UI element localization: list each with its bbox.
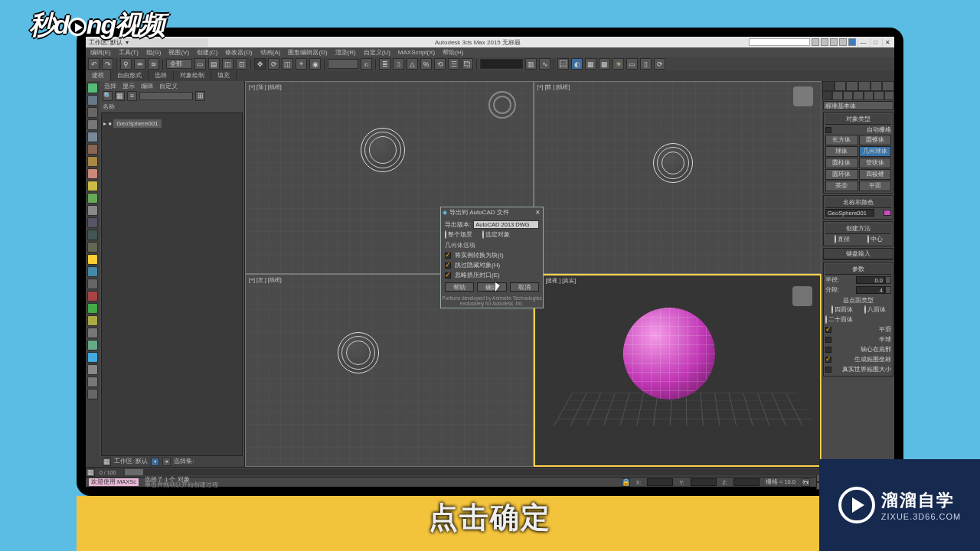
method-diameter-radio[interactable] — [835, 235, 836, 243]
transform-z-input[interactable] — [733, 478, 760, 486]
scope-sel-radio[interactable] — [482, 230, 484, 239]
menu-animation[interactable]: 动画(A) — [260, 48, 281, 57]
primitive-cone-button[interactable]: 圆锥体 — [859, 135, 892, 145]
curve-editor-icon[interactable]: ∿ — [539, 58, 550, 70]
tool-icon[interactable] — [87, 389, 98, 399]
basepivot-checkbox[interactable] — [825, 347, 831, 353]
scene-col[interactable]: 自定义 — [159, 82, 178, 90]
render-last-icon[interactable]: ⟳ — [654, 58, 665, 70]
select-region-icon[interactable]: ◫ — [222, 58, 234, 70]
display-tab-icon[interactable] — [871, 81, 883, 91]
percent-snap-icon[interactable]: % — [420, 58, 432, 70]
help-icon[interactable] — [848, 38, 856, 46]
close-button[interactable]: ✕ — [882, 38, 893, 47]
mirror2-icon[interactable]: ⿻ — [462, 58, 473, 70]
tool-icon[interactable] — [87, 303, 98, 314]
lights-cat-icon[interactable] — [843, 91, 853, 100]
motion-tab-icon[interactable] — [858, 81, 871, 91]
primitive-sphere-button[interactable]: 球体 — [825, 146, 858, 157]
edit-selset-icon[interactable]: ☰ — [448, 58, 459, 70]
viewport-label[interactable]: [+] [前 ] [线框] — [537, 83, 570, 91]
tool-icon[interactable] — [87, 364, 98, 375]
tool-icon[interactable] — [87, 95, 98, 106]
spinner-icon[interactable] — [885, 276, 891, 284]
tool-icon[interactable] — [87, 132, 98, 142]
tool-icon[interactable] — [87, 193, 98, 204]
color-swatch[interactable] — [884, 210, 891, 216]
tool-icon[interactable] — [87, 181, 98, 191]
utilities-tab-icon[interactable] — [882, 81, 894, 91]
infocenter-icon[interactable] — [812, 38, 819, 46]
base-octa-radio[interactable] — [864, 305, 866, 314]
render-setup-icon[interactable]: ▦ — [585, 58, 596, 70]
opt-hidden-checkbox[interactable] — [445, 262, 451, 269]
select-name-icon[interactable]: ▤ — [208, 58, 220, 70]
exchange-icon[interactable] — [830, 38, 838, 46]
cameras-cat-icon[interactable] — [853, 91, 863, 100]
primitive-geosphere-button[interactable]: 几何球体 — [859, 146, 892, 157]
scene-opt-icon[interactable]: ▦ — [103, 458, 111, 466]
tool-icon[interactable] — [87, 328, 98, 338]
lock-icon[interactable]: 🔒 — [622, 478, 630, 487]
tool-icon[interactable] — [87, 315, 98, 326]
link-icon[interactable]: ⚲ — [120, 58, 132, 70]
dialog-close-button[interactable]: ✕ — [534, 209, 541, 216]
material-slot-dropdown[interactable] — [480, 59, 523, 69]
menu-maxscript[interactable]: MAXScript(X) — [398, 49, 435, 56]
cancel-button[interactable]: 取消 — [510, 282, 539, 292]
named-selset-dropdown[interactable] — [328, 59, 358, 69]
menu-create[interactable]: 创建(C) — [197, 48, 217, 57]
tool-icon[interactable] — [87, 168, 98, 179]
angle-snap-icon[interactable]: △ — [407, 58, 418, 70]
move-icon[interactable]: ✥ — [254, 58, 266, 70]
tool-icon[interactable] — [87, 377, 98, 387]
systems-cat-icon[interactable] — [884, 91, 894, 100]
segments-input[interactable]: 4 — [856, 286, 885, 294]
render-iter-icon[interactable]: ▯ — [640, 58, 652, 70]
primitive-tube-button[interactable]: 管状体 — [859, 158, 892, 168]
object-name-input[interactable]: GeoSphere001 — [825, 209, 874, 217]
select-icon[interactable]: ▭ — [194, 58, 206, 70]
sort-icon[interactable]: ≡ — [127, 91, 137, 101]
helpers-cat-icon[interactable] — [864, 91, 874, 100]
maxscript-listener[interactable]: 欢迎使用 MAXSc — [89, 478, 139, 486]
window-crossing-icon[interactable]: ⊡ — [236, 58, 247, 70]
modify-tab-icon[interactable] — [835, 81, 847, 91]
tool-icon[interactable] — [87, 83, 98, 93]
tool-icon[interactable] — [87, 254, 98, 265]
schematic-icon[interactable]: ⿳ — [557, 58, 569, 70]
base-tetra-radio[interactable] — [831, 305, 833, 314]
render-icon[interactable]: ☀ — [612, 58, 624, 70]
filter-icon[interactable]: ▦ — [115, 91, 125, 101]
section-header[interactable]: 键盘输入 — [824, 249, 893, 259]
tool-icon[interactable] — [87, 291, 98, 302]
smooth-checkbox[interactable] — [825, 327, 831, 333]
snap-toggle-icon[interactable]: 3 — [393, 58, 404, 70]
menu-group[interactable]: 组(G) — [146, 48, 162, 57]
tool-icon[interactable] — [87, 352, 98, 363]
center-icon[interactable]: ◉ — [309, 58, 321, 70]
menu-view[interactable]: 视图(V) — [168, 48, 189, 57]
shapes-cat-icon[interactable] — [832, 91, 842, 100]
menu-render[interactable]: 渲染(R) — [335, 48, 356, 57]
transform-x-input[interactable] — [647, 478, 673, 486]
ribbon-tab-modeling[interactable]: 建模 — [86, 70, 111, 81]
tool-icon[interactable] — [87, 217, 98, 228]
opt-caps-checkbox[interactable] — [445, 272, 451, 279]
scale-icon[interactable]: ◫ — [282, 58, 293, 70]
scene-opt2-icon[interactable]: ▪ — [151, 458, 159, 466]
favorites-icon[interactable] — [839, 38, 847, 46]
create-tab-icon[interactable] — [822, 81, 835, 91]
radius-input[interactable]: 0.0 — [856, 276, 885, 284]
render-frame-icon[interactable]: ▩ — [599, 58, 610, 70]
minimize-button[interactable]: — — [858, 38, 868, 47]
tool-icon[interactable] — [87, 205, 98, 216]
scene-col[interactable]: 选择 — [104, 82, 116, 90]
menu-edit[interactable]: 编辑(E) — [90, 48, 111, 57]
viewcube-icon[interactable] — [792, 286, 812, 306]
menu-help[interactable]: 帮助(H) — [443, 48, 463, 57]
time-slider[interactable]: ▦ 0 / 100 100 — [86, 467, 894, 477]
viewcube-icon[interactable] — [793, 86, 813, 106]
tool-icon[interactable] — [87, 119, 98, 130]
align-icon[interactable]: ≣ — [379, 58, 390, 70]
